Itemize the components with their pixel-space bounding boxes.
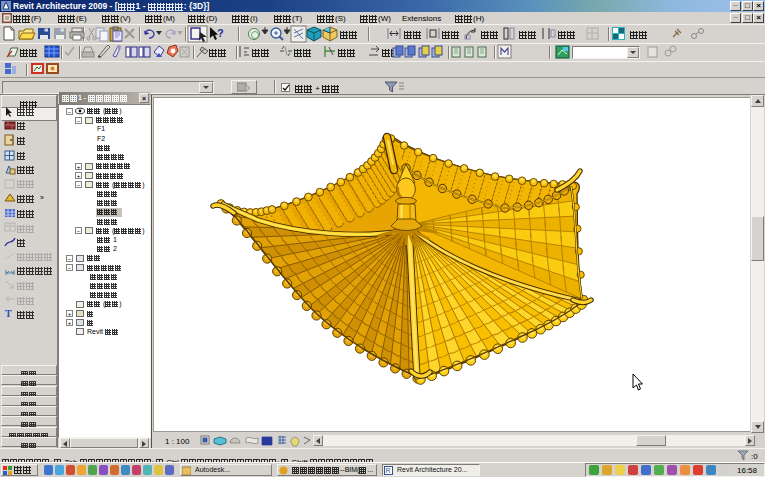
svg-text:R: R <box>386 467 391 474</box>
svg-text::0: :0 <box>751 452 758 461</box>
